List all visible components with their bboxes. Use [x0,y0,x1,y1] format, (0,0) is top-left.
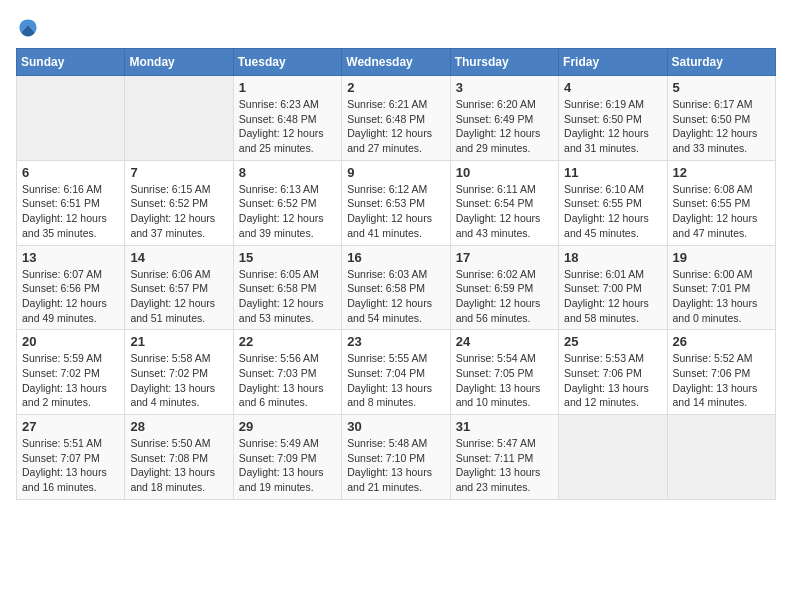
day-info: Sunrise: 6:11 AM Sunset: 6:54 PM Dayligh… [456,182,553,241]
day-number: 4 [564,80,661,95]
day-info: Sunrise: 6:03 AM Sunset: 6:58 PM Dayligh… [347,267,444,326]
calendar-cell: 15Sunrise: 6:05 AM Sunset: 6:58 PM Dayli… [233,245,341,330]
day-info: Sunrise: 6:20 AM Sunset: 6:49 PM Dayligh… [456,97,553,156]
day-number: 21 [130,334,227,349]
day-info: Sunrise: 6:10 AM Sunset: 6:55 PM Dayligh… [564,182,661,241]
day-info: Sunrise: 6:21 AM Sunset: 6:48 PM Dayligh… [347,97,444,156]
day-number: 22 [239,334,336,349]
day-info: Sunrise: 5:55 AM Sunset: 7:04 PM Dayligh… [347,351,444,410]
week-row-3: 13Sunrise: 6:07 AM Sunset: 6:56 PM Dayli… [17,245,776,330]
day-info: Sunrise: 5:59 AM Sunset: 7:02 PM Dayligh… [22,351,119,410]
day-number: 20 [22,334,119,349]
day-number: 9 [347,165,444,180]
day-info: Sunrise: 6:17 AM Sunset: 6:50 PM Dayligh… [673,97,770,156]
day-number: 13 [22,250,119,265]
calendar-cell: 1Sunrise: 6:23 AM Sunset: 6:48 PM Daylig… [233,76,341,161]
day-number: 31 [456,419,553,434]
calendar-table: SundayMondayTuesdayWednesdayThursdayFrid… [16,48,776,500]
calendar-cell: 20Sunrise: 5:59 AM Sunset: 7:02 PM Dayli… [17,330,125,415]
calendar-cell [667,415,775,500]
day-info: Sunrise: 6:06 AM Sunset: 6:57 PM Dayligh… [130,267,227,326]
day-number: 8 [239,165,336,180]
day-info: Sunrise: 6:00 AM Sunset: 7:01 PM Dayligh… [673,267,770,326]
calendar-cell: 9Sunrise: 6:12 AM Sunset: 6:53 PM Daylig… [342,160,450,245]
day-info: Sunrise: 5:48 AM Sunset: 7:10 PM Dayligh… [347,436,444,495]
page-header [16,16,776,40]
day-info: Sunrise: 5:52 AM Sunset: 7:06 PM Dayligh… [673,351,770,410]
day-number: 30 [347,419,444,434]
day-info: Sunrise: 6:08 AM Sunset: 6:55 PM Dayligh… [673,182,770,241]
day-number: 15 [239,250,336,265]
day-info: Sunrise: 6:07 AM Sunset: 6:56 PM Dayligh… [22,267,119,326]
day-number: 11 [564,165,661,180]
day-header-friday: Friday [559,49,667,76]
day-info: Sunrise: 6:01 AM Sunset: 7:00 PM Dayligh… [564,267,661,326]
day-number: 5 [673,80,770,95]
day-number: 14 [130,250,227,265]
week-row-4: 20Sunrise: 5:59 AM Sunset: 7:02 PM Dayli… [17,330,776,415]
calendar-cell: 29Sunrise: 5:49 AM Sunset: 7:09 PM Dayli… [233,415,341,500]
day-header-wednesday: Wednesday [342,49,450,76]
day-info: Sunrise: 5:53 AM Sunset: 7:06 PM Dayligh… [564,351,661,410]
day-header-sunday: Sunday [17,49,125,76]
calendar-body: 1Sunrise: 6:23 AM Sunset: 6:48 PM Daylig… [17,76,776,500]
week-row-5: 27Sunrise: 5:51 AM Sunset: 7:07 PM Dayli… [17,415,776,500]
day-number: 18 [564,250,661,265]
week-row-1: 1Sunrise: 6:23 AM Sunset: 6:48 PM Daylig… [17,76,776,161]
day-info: Sunrise: 5:49 AM Sunset: 7:09 PM Dayligh… [239,436,336,495]
calendar-cell: 30Sunrise: 5:48 AM Sunset: 7:10 PM Dayli… [342,415,450,500]
day-info: Sunrise: 6:02 AM Sunset: 6:59 PM Dayligh… [456,267,553,326]
calendar-cell: 26Sunrise: 5:52 AM Sunset: 7:06 PM Dayli… [667,330,775,415]
calendar-cell [559,415,667,500]
calendar-cell [17,76,125,161]
day-info: Sunrise: 6:13 AM Sunset: 6:52 PM Dayligh… [239,182,336,241]
calendar-cell: 21Sunrise: 5:58 AM Sunset: 7:02 PM Dayli… [125,330,233,415]
day-header-monday: Monday [125,49,233,76]
calendar-cell: 12Sunrise: 6:08 AM Sunset: 6:55 PM Dayli… [667,160,775,245]
day-number: 12 [673,165,770,180]
day-header-thursday: Thursday [450,49,558,76]
calendar-cell: 6Sunrise: 6:16 AM Sunset: 6:51 PM Daylig… [17,160,125,245]
calendar-cell: 8Sunrise: 6:13 AM Sunset: 6:52 PM Daylig… [233,160,341,245]
day-number: 1 [239,80,336,95]
calendar-cell: 28Sunrise: 5:50 AM Sunset: 7:08 PM Dayli… [125,415,233,500]
day-info: Sunrise: 5:54 AM Sunset: 7:05 PM Dayligh… [456,351,553,410]
day-number: 3 [456,80,553,95]
day-number: 26 [673,334,770,349]
calendar-cell: 13Sunrise: 6:07 AM Sunset: 6:56 PM Dayli… [17,245,125,330]
calendar-cell: 5Sunrise: 6:17 AM Sunset: 6:50 PM Daylig… [667,76,775,161]
calendar-cell: 7Sunrise: 6:15 AM Sunset: 6:52 PM Daylig… [125,160,233,245]
day-header-saturday: Saturday [667,49,775,76]
day-info: Sunrise: 5:56 AM Sunset: 7:03 PM Dayligh… [239,351,336,410]
calendar-cell: 25Sunrise: 5:53 AM Sunset: 7:06 PM Dayli… [559,330,667,415]
day-number: 24 [456,334,553,349]
calendar-cell: 27Sunrise: 5:51 AM Sunset: 7:07 PM Dayli… [17,415,125,500]
day-number: 28 [130,419,227,434]
calendar-cell: 16Sunrise: 6:03 AM Sunset: 6:58 PM Dayli… [342,245,450,330]
day-number: 25 [564,334,661,349]
calendar-cell: 2Sunrise: 6:21 AM Sunset: 6:48 PM Daylig… [342,76,450,161]
day-number: 27 [22,419,119,434]
day-number: 16 [347,250,444,265]
day-number: 17 [456,250,553,265]
calendar-cell: 10Sunrise: 6:11 AM Sunset: 6:54 PM Dayli… [450,160,558,245]
calendar-header: SundayMondayTuesdayWednesdayThursdayFrid… [17,49,776,76]
day-info: Sunrise: 5:51 AM Sunset: 7:07 PM Dayligh… [22,436,119,495]
calendar-cell: 31Sunrise: 5:47 AM Sunset: 7:11 PM Dayli… [450,415,558,500]
calendar-cell: 11Sunrise: 6:10 AM Sunset: 6:55 PM Dayli… [559,160,667,245]
day-info: Sunrise: 6:16 AM Sunset: 6:51 PM Dayligh… [22,182,119,241]
calendar-cell: 18Sunrise: 6:01 AM Sunset: 7:00 PM Dayli… [559,245,667,330]
day-number: 7 [130,165,227,180]
calendar-cell: 3Sunrise: 6:20 AM Sunset: 6:49 PM Daylig… [450,76,558,161]
day-number: 6 [22,165,119,180]
day-info: Sunrise: 6:23 AM Sunset: 6:48 PM Dayligh… [239,97,336,156]
calendar-cell: 24Sunrise: 5:54 AM Sunset: 7:05 PM Dayli… [450,330,558,415]
calendar-cell: 14Sunrise: 6:06 AM Sunset: 6:57 PM Dayli… [125,245,233,330]
header-row: SundayMondayTuesdayWednesdayThursdayFrid… [17,49,776,76]
calendar-cell: 22Sunrise: 5:56 AM Sunset: 7:03 PM Dayli… [233,330,341,415]
calendar-cell [125,76,233,161]
calendar-cell: 17Sunrise: 6:02 AM Sunset: 6:59 PM Dayli… [450,245,558,330]
day-info: Sunrise: 6:15 AM Sunset: 6:52 PM Dayligh… [130,182,227,241]
day-header-tuesday: Tuesday [233,49,341,76]
day-info: Sunrise: 5:50 AM Sunset: 7:08 PM Dayligh… [130,436,227,495]
